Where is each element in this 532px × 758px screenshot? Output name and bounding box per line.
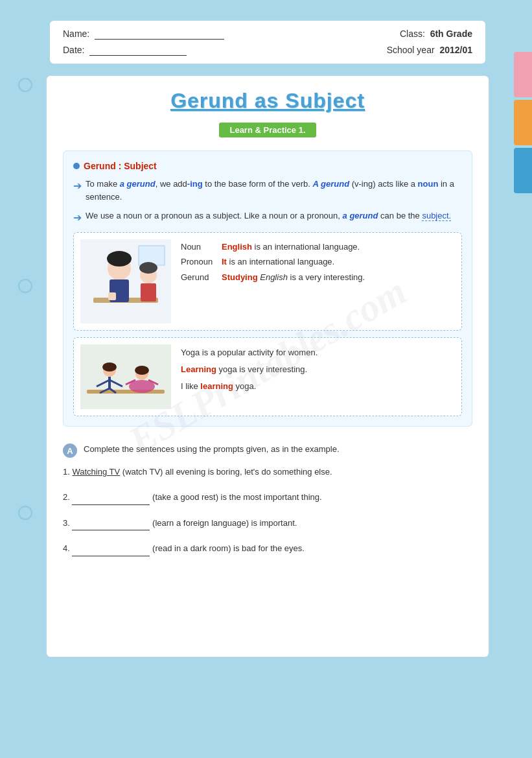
date-label: Date: bbox=[63, 45, 187, 56]
ex1-number: 1. bbox=[63, 467, 72, 477]
svg-rect-11 bbox=[87, 390, 165, 394]
exercise-item-4: 4. (read in a dark room) is bad for the … bbox=[63, 542, 472, 556]
ing-text: -ing bbox=[187, 179, 203, 189]
gerund-label: Gerund bbox=[181, 270, 216, 285]
english-italic: English bbox=[260, 272, 288, 282]
class-info: Class: 6th Grade bbox=[400, 29, 472, 40]
main-card: ESLPrintables.com Gerund as Subject Lear… bbox=[45, 75, 490, 658]
header-box: Name: Class: 6th Grade Date: School year… bbox=[49, 19, 487, 65]
yoga-line1: Yoga is a popular activity for women. bbox=[181, 344, 455, 361]
exercise-section: A Complete the sentences using the promp… bbox=[63, 443, 472, 556]
side-tab-orange bbox=[514, 100, 532, 145]
para1: ➔ To make a gerund, we add-ing to the ba… bbox=[73, 178, 462, 203]
side-tab-blue bbox=[514, 148, 532, 193]
name-line bbox=[95, 29, 224, 40]
school-svg bbox=[80, 239, 171, 324]
exercise-header: A Complete the sentences using the promp… bbox=[63, 443, 472, 458]
svg-rect-10 bbox=[80, 344, 171, 409]
ex3-blank[interactable] bbox=[72, 517, 150, 531]
yoga-box: Yoga is a popular activity for women. Le… bbox=[73, 337, 462, 416]
ex1-answer: Watching TV bbox=[72, 467, 120, 477]
yoga-text: Yoga is a popular activity for women. Le… bbox=[181, 344, 455, 409]
date-row: Date: School year 2012/01 bbox=[63, 45, 472, 56]
hole-punch-1 bbox=[18, 78, 32, 92]
english-word: English bbox=[222, 242, 252, 252]
ex4-blank[interactable] bbox=[72, 542, 150, 556]
exercise-instruction: Complete the sentences using the prompts… bbox=[84, 443, 340, 456]
noun-label: Noun bbox=[181, 239, 216, 254]
svg-point-13 bbox=[102, 362, 117, 372]
yoga-line3: I like learning yoga. bbox=[181, 378, 455, 395]
learning-word2: learning bbox=[200, 381, 233, 391]
name-label: Name: bbox=[63, 29, 224, 40]
example-box: Noun English is an international languag… bbox=[73, 232, 462, 331]
gerund-sentence: Studying English is a very interesting. bbox=[222, 270, 365, 285]
ex1-text: (watch TV) all evening is boring, let's … bbox=[122, 467, 332, 477]
gerund-ref: a gerund bbox=[343, 211, 378, 220]
exercise-item-2: 2. (take a good rest) is the most import… bbox=[63, 491, 472, 505]
yoga-svg bbox=[80, 344, 171, 409]
svg-point-20 bbox=[135, 366, 149, 375]
gerund-word2: A gerund bbox=[313, 179, 350, 189]
ex3-text: (learn a foreign language) is important. bbox=[152, 518, 297, 528]
para1-text: To make a gerund, we add-ing to the base… bbox=[86, 178, 462, 203]
svg-point-8 bbox=[139, 262, 157, 274]
pronoun-label: Pronoun bbox=[181, 254, 216, 269]
ex3-number: 3. bbox=[63, 518, 72, 528]
gerund-heading: Gerund : Subject bbox=[73, 161, 462, 171]
exercise-item-1: 1. Watching TV (watch TV) all evening is… bbox=[63, 466, 472, 479]
gerund-example: Gerund Studying English is a very intere… bbox=[181, 270, 455, 285]
content-section: Gerund : Subject ➔ To make a gerund, we … bbox=[63, 150, 472, 427]
para2: ➔ We use a noun or a pronoun as a subjec… bbox=[73, 209, 462, 226]
gerund-word: a gerund bbox=[120, 179, 156, 189]
noun-example: Noun English is an international languag… bbox=[181, 239, 455, 254]
arrow-icon-2: ➔ bbox=[73, 210, 82, 226]
ex2-text: (take a good rest) is the most important… bbox=[152, 492, 322, 502]
ex2-blank[interactable] bbox=[72, 491, 150, 505]
ex4-text: (read in a dark room) is bad for the eye… bbox=[152, 543, 305, 553]
svg-point-5 bbox=[107, 251, 132, 266]
it-word: It bbox=[222, 257, 227, 266]
example-text: Noun English is an international languag… bbox=[181, 239, 455, 324]
date-line bbox=[89, 45, 187, 56]
ex4-number: 4. bbox=[63, 543, 72, 553]
subject-word: subject. bbox=[422, 211, 451, 221]
page-title: Gerund as Subject bbox=[63, 89, 472, 113]
para2-text: We use a noun or a pronoun as a subject.… bbox=[86, 209, 451, 222]
svg-rect-1 bbox=[139, 246, 165, 265]
pronoun-sentence: It is an international language. bbox=[222, 254, 334, 269]
hole-punch-2 bbox=[18, 279, 32, 293]
learning-word: Learning bbox=[181, 364, 216, 374]
learn-badge: Learn & Practice 1. bbox=[219, 123, 316, 137]
ex2-number: 2. bbox=[63, 492, 72, 502]
bullet-icon bbox=[73, 163, 80, 169]
exercise-items: 1. Watching TV (watch TV) all evening is… bbox=[63, 466, 472, 556]
name-row: Name: Class: 6th Grade bbox=[63, 29, 472, 40]
exercise-item-3: 3. (learn a foreign language) is importa… bbox=[63, 517, 472, 531]
yoga-line2: Learning yoga is very interesting. bbox=[181, 361, 455, 378]
side-tab-pink bbox=[514, 52, 532, 97]
yoga-image bbox=[80, 344, 171, 409]
noun-word: noun bbox=[418, 179, 439, 189]
exercise-badge: A bbox=[63, 444, 77, 458]
arrow-icon-1: ➔ bbox=[73, 178, 82, 194]
school-image bbox=[80, 239, 171, 324]
hole-punch-3 bbox=[18, 506, 32, 520]
svg-rect-9 bbox=[108, 292, 116, 300]
studying-word: Studying bbox=[222, 272, 258, 282]
svg-rect-7 bbox=[141, 283, 156, 302]
page-background: Name: Class: 6th Grade Date: School year… bbox=[0, 0, 532, 758]
pronoun-example: Pronoun It is an international language. bbox=[181, 254, 455, 269]
school-year-info: School year 2012/01 bbox=[387, 45, 472, 56]
noun-sentence: English is an international language. bbox=[222, 239, 360, 254]
side-tabs bbox=[514, 52, 532, 193]
